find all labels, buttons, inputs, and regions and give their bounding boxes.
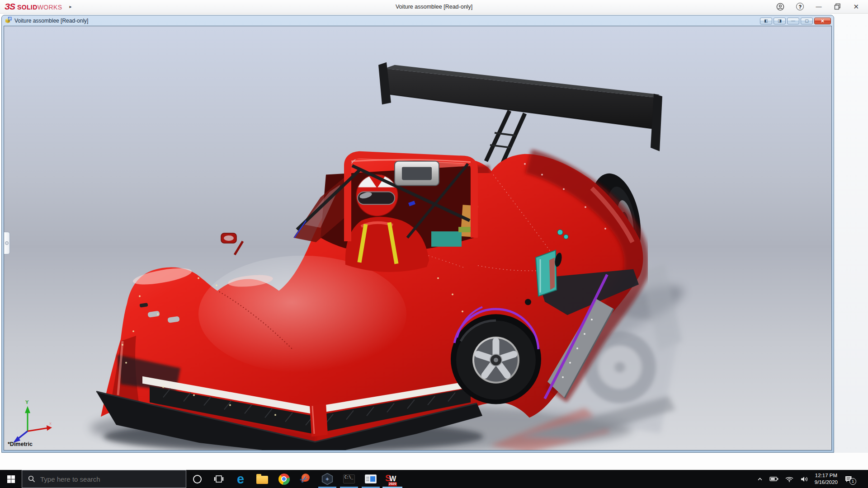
solidworks-2020-icon: SW 2020	[385, 473, 400, 485]
app-background-right	[834, 14, 868, 470]
air-intake	[395, 161, 439, 186]
battery-icon[interactable]	[769, 476, 779, 482]
document-titlebar[interactable]: Voiture assomblee [Read-only] ◧ ◨ — ▢ ✕	[4, 16, 832, 26]
tray-time: 12:17 PM	[815, 472, 838, 479]
file-explorer-icon	[256, 476, 268, 484]
solidworks-logo-mark: ЗS	[5, 2, 15, 12]
taskbar-item-cortana[interactable]	[186, 470, 208, 488]
taskbar-item-file-explorer[interactable]	[251, 470, 273, 488]
3d-viewport-canvas[interactable]: Y x	[4, 26, 831, 450]
start-button[interactable]	[0, 470, 22, 488]
tray-date: 9/16/2020	[815, 479, 838, 486]
command-prompt-icon: C:\_	[343, 474, 355, 483]
menu-expand-arrow-icon[interactable]: ▸	[70, 4, 72, 9]
chrome-icon	[278, 474, 290, 485]
close-button[interactable]: ✕	[853, 3, 859, 11]
wifi-icon[interactable]	[785, 476, 794, 483]
feature-panel-collapse-tab[interactable]	[4, 232, 10, 254]
taskbar-item-media-app[interactable]	[360, 470, 382, 488]
taskbar-item-hexagon-app[interactable]: ✦	[316, 470, 338, 488]
app-background-bottom	[0, 453, 868, 470]
view-orientation-label: *Dimetric	[8, 441, 33, 447]
triad-x-label: x	[49, 421, 52, 426]
split-pane-right-button[interactable]: ◨	[774, 18, 786, 24]
help-icon[interactable]: ?	[796, 3, 804, 10]
rear-wheel	[451, 309, 541, 404]
collapse-arrow-icon	[5, 241, 9, 245]
action-center-button[interactable]: 1	[844, 475, 853, 483]
cortana-icon	[193, 475, 202, 483]
document-close-button[interactable]: ✕	[814, 18, 831, 24]
media-app-icon	[365, 474, 377, 483]
app-title: Voiture assomblee [Read-only]	[136, 4, 732, 10]
volume-icon[interactable]	[800, 476, 809, 483]
search-icon	[28, 475, 35, 483]
search-input[interactable]	[40, 475, 171, 483]
document-window: Voiture assomblee [Read-only] ◧ ◨ — ▢ ✕	[1, 15, 834, 453]
taskbar-item-task-view[interactable]	[208, 470, 230, 488]
triad-y-label: Y	[25, 399, 29, 405]
account-icon[interactable]	[776, 3, 784, 11]
minimize-button[interactable]: —	[816, 3, 821, 10]
3d-viewport[interactable]: Y x *Dimetric	[4, 26, 832, 450]
taskbar-item-chrome[interactable]	[273, 470, 295, 488]
main-titlebar: ЗS SOLID WORKS ▸ Voiture assomblee [Read…	[0, 0, 868, 14]
system-tray: 12:17 PM 9/16/2020 1	[756, 470, 868, 488]
windows-logo-icon	[7, 475, 15, 483]
taskbar-search[interactable]	[22, 470, 186, 488]
task-view-icon	[214, 475, 224, 483]
assembly-document-icon	[5, 17, 12, 25]
restore-button[interactable]	[833, 3, 841, 11]
document-restore-button[interactable]: ▢	[801, 18, 813, 24]
snipping-tool-icon: ✂	[300, 473, 311, 485]
taskbar-item-edge[interactable]: e	[230, 470, 251, 488]
document-minimize-button[interactable]: —	[787, 18, 799, 24]
taskbar-item-solidworks[interactable]: SW 2020	[382, 470, 403, 488]
document-title: Voiture assomblee [Read-only]	[14, 18, 88, 24]
notification-badge: 1	[849, 478, 856, 485]
taskbar-item-command-prompt[interactable]: C:\_	[338, 470, 360, 488]
split-pane-left-button[interactable]: ◧	[760, 18, 772, 24]
taskbar: e ✂ ✦ C:\_ SW 2020	[0, 470, 868, 488]
taskbar-clock[interactable]: 12:17 PM 9/16/2020	[815, 472, 838, 486]
tray-chevron-icon[interactable]	[756, 476, 764, 482]
driver-helmet	[356, 175, 398, 216]
solidworks-logo: ЗS SOLID WORKS	[0, 2, 62, 12]
edge-icon: e	[237, 473, 244, 486]
taskbar-item-snipping-tool[interactable]: ✂	[295, 470, 316, 488]
hexagon-compass-app-icon: ✦	[321, 473, 334, 485]
